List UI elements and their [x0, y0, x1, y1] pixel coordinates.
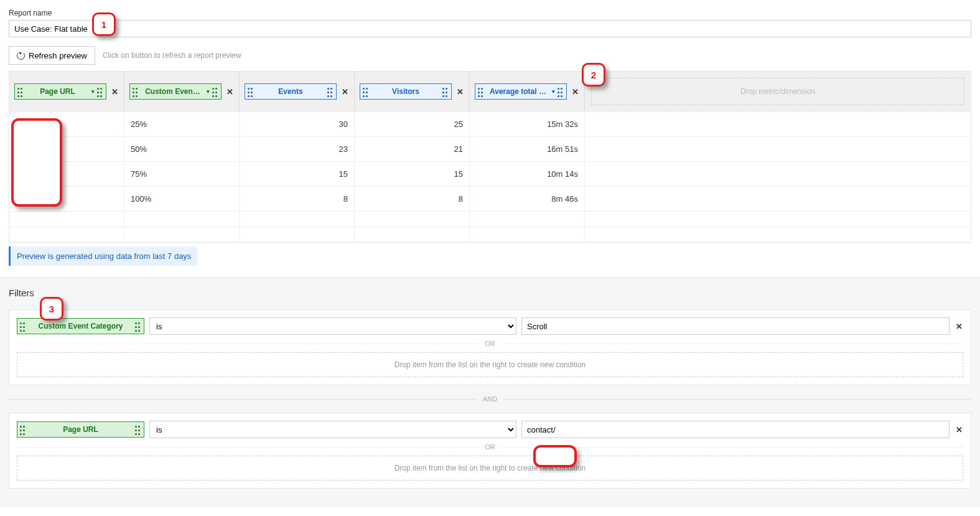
table-cell: 75% [124, 162, 240, 186]
remove-filter-icon[interactable]: ✕ [954, 425, 963, 434]
remove-column-icon[interactable]: ✕ [455, 87, 464, 96]
table-cell: 8 [240, 187, 355, 211]
table-row: /contact/25%302515m 32s [9, 111, 971, 136]
filter-dimension-chip[interactable]: Custom Event Category [17, 318, 144, 334]
chip-label: Page URL [26, 87, 89, 96]
column-header: Average total … ▾ ✕ [470, 72, 585, 111]
table-cell [9, 212, 124, 227]
chip-label: Custom Event Category [29, 322, 133, 331]
column-header: Custom Even… ▾ ✕ [124, 72, 240, 111]
table-cell: 50% [124, 137, 240, 161]
filter-operator-select[interactable]: is [149, 317, 516, 335]
table-cell: 15 [355, 162, 470, 186]
drag-handle-icon[interactable] [20, 425, 26, 434]
table-cell [470, 227, 585, 242]
filter-condition-row: Custom Event Category is ✕ [17, 317, 963, 335]
filter-dimension-chip[interactable]: Page URL [17, 421, 144, 438]
filter-value-input[interactable] [521, 421, 950, 438]
column-header: Events ✕ [240, 72, 355, 111]
redaction-box [11, 118, 62, 207]
dimension-chip-custom-event[interactable]: Custom Even… ▾ [129, 83, 222, 100]
table-cell [355, 212, 470, 227]
table-body: /contact/25%302515m 32s/contact/50%23211… [9, 111, 971, 242]
column-header-row: Page URL ▾ ✕ Custom Even… ▾ ✕ Events ✕ [9, 72, 971, 111]
chevron-down-icon[interactable]: ▾ [207, 88, 210, 95]
refresh-hint: Click on button to refresh a report prev… [103, 51, 241, 60]
table-cell: 8 [355, 187, 470, 211]
drag-handle-icon[interactable] [558, 87, 564, 96]
preview-note: Preview is generated using data from las… [9, 246, 197, 266]
table-cell: 8m 46s [470, 187, 585, 211]
refresh-button-label: Refresh preview [29, 51, 87, 60]
table-cell: 25 [355, 112, 470, 136]
table-cell [9, 227, 124, 242]
table-row: /contact/50%232116m 51s [9, 136, 971, 161]
dimension-chip-page-url[interactable]: Page URL ▾ [14, 83, 106, 100]
table-cell: 25% [124, 112, 240, 136]
filters-heading: Filters [9, 288, 971, 298]
chevron-down-icon[interactable]: ▾ [552, 88, 555, 95]
drag-handle-icon[interactable] [20, 321, 26, 331]
remove-column-icon[interactable]: ✕ [340, 87, 349, 96]
table-cell [585, 162, 971, 186]
drag-handle-icon[interactable] [17, 87, 24, 96]
table-cell: 21 [355, 137, 470, 161]
callout-3: 3 [40, 297, 63, 321]
refresh-icon [17, 52, 25, 60]
table-cell [124, 227, 240, 242]
column-header: Visitors ✕ [355, 72, 470, 111]
chevron-down-icon[interactable]: ▾ [91, 88, 95, 95]
table-cell: 15m 32s [470, 112, 585, 136]
drag-handle-icon[interactable] [442, 87, 449, 96]
table-cell [470, 212, 585, 227]
and-separator: AND [9, 395, 971, 403]
metric-chip-avg-total[interactable]: Average total … ▾ [475, 83, 567, 100]
drag-handle-icon[interactable] [478, 87, 484, 96]
refresh-preview-button[interactable]: Refresh preview [9, 46, 95, 65]
drag-handle-icon[interactable] [135, 321, 141, 331]
table-cell [124, 212, 240, 227]
metric-chip-events[interactable]: Events [245, 83, 337, 100]
table-cell: 23 [240, 137, 355, 161]
table-cell: 100% [124, 187, 240, 211]
filter-condition-row: Page URL is ✕ [17, 421, 963, 438]
remove-column-icon[interactable]: ✕ [225, 87, 234, 96]
drop-condition-zone[interactable]: Drop item from the list on the right to … [17, 352, 963, 377]
drag-handle-icon[interactable] [363, 87, 369, 96]
filter-group: Page URL is ✕ OR Drop item from the list… [9, 413, 971, 489]
drop-condition-zone[interactable]: Drop item from the list on the right to … [17, 456, 963, 481]
remove-filter-icon[interactable]: ✕ [954, 322, 963, 331]
filter-group: Custom Event Category is ✕ OR Drop item … [9, 309, 971, 385]
table-row: /contact/100%888m 46s [9, 186, 971, 211]
callout-1: 1 [92, 12, 116, 36]
or-separator: OR [17, 340, 963, 347]
table-cell [585, 227, 971, 242]
metric-chip-visitors[interactable]: Visitors [360, 83, 452, 100]
report-name-input[interactable] [9, 20, 971, 37]
remove-column-icon[interactable]: ✕ [571, 87, 579, 96]
drag-handle-icon[interactable] [327, 87, 334, 96]
table-cell: 16m 51s [470, 137, 585, 161]
report-builder: Page URL ▾ ✕ Custom Even… ▾ ✕ Events ✕ [9, 71, 971, 243]
table-cell: 10m 14s [470, 162, 585, 186]
drop-column-zone[interactable]: Drop metric/dimension [585, 72, 971, 111]
chip-label: Events [256, 87, 325, 96]
drag-handle-icon[interactable] [135, 425, 141, 434]
chip-label: Visitors [371, 87, 440, 96]
table-cell [585, 187, 971, 211]
remove-column-icon[interactable]: ✕ [110, 87, 119, 96]
table-cell [240, 227, 355, 242]
drag-handle-icon[interactable] [97, 87, 103, 96]
chip-label: Page URL [29, 425, 133, 434]
or-separator: OR [17, 443, 963, 451]
table-cell [240, 212, 355, 227]
drag-handle-icon[interactable] [133, 87, 139, 96]
chip-label: Average total … [487, 87, 549, 96]
drag-handle-icon[interactable] [248, 87, 254, 96]
table-cell: 15 [240, 162, 355, 186]
filter-value-input[interactable] [521, 317, 950, 335]
filter-operator-select[interactable]: is [149, 421, 516, 438]
chip-label: Custom Even… [141, 87, 204, 96]
table-cell [355, 227, 470, 242]
drag-handle-icon[interactable] [212, 87, 218, 96]
